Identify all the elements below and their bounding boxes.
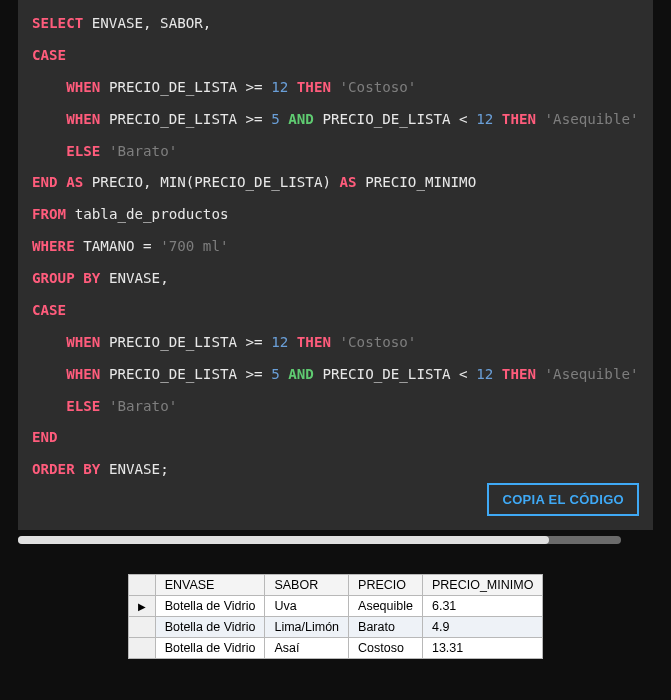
cell: Asequible: [349, 596, 423, 617]
code-line: CASE: [32, 46, 639, 66]
col-header: SABOR: [265, 575, 349, 596]
cell: Uva: [265, 596, 349, 617]
code-line: WHERE TAMANO = '700 ml': [32, 237, 639, 257]
table-row[interactable]: ▶ Botella de Vidrio Uva Asequible 6.31: [128, 596, 543, 617]
result-panel: ENVASE SABOR PRECIO PRECIO_MINIMO ▶ Bote…: [0, 574, 671, 659]
row-selector[interactable]: ▶: [128, 596, 155, 617]
col-header: PRECIO_MINIMO: [422, 575, 542, 596]
code-line: FROM tabla_de_productos: [32, 205, 639, 225]
cell: 13.31: [422, 638, 542, 659]
cell: Costoso: [349, 638, 423, 659]
code-line: ELSE 'Barato': [32, 397, 639, 417]
code-line: WHEN PRECIO_DE_LISTA >= 5 AND PRECIO_DE_…: [32, 365, 639, 385]
code-line: ORDER BY ENVASE;: [32, 460, 639, 480]
table-row[interactable]: Botella de Vidrio Asaí Costoso 13.31: [128, 638, 543, 659]
code-block: SELECT ENVASE, SABOR, CASE WHEN PRECIO_D…: [18, 0, 653, 530]
copy-code-button[interactable]: COPIA EL CÓDIGO: [487, 483, 639, 516]
cell: Botella de Vidrio: [155, 596, 265, 617]
horizontal-scrollbar[interactable]: [18, 536, 621, 544]
cell: Asaí: [265, 638, 349, 659]
code-line: WHEN PRECIO_DE_LISTA >= 5 AND PRECIO_DE_…: [32, 110, 639, 130]
cell: 4.9: [422, 617, 542, 638]
code-line: WHEN PRECIO_DE_LISTA >= 12 THEN 'Costoso…: [32, 78, 639, 98]
code-line: END AS PRECIO, MIN(PRECIO_DE_LISTA) AS P…: [32, 173, 639, 193]
cell: Lima/Limón: [265, 617, 349, 638]
code-line: END: [32, 428, 639, 448]
col-header: PRECIO: [349, 575, 423, 596]
code-line: GROUP BY ENVASE,: [32, 269, 639, 289]
row-selector[interactable]: [128, 617, 155, 638]
row-selector[interactable]: [128, 638, 155, 659]
row-selector-header: [128, 575, 155, 596]
table-row[interactable]: Botella de Vidrio Lima/Limón Barato 4.9: [128, 617, 543, 638]
cell: 6.31: [422, 596, 542, 617]
code-line: CASE: [32, 301, 639, 321]
col-header: ENVASE: [155, 575, 265, 596]
code-line: WHEN PRECIO_DE_LISTA >= 12 THEN 'Costoso…: [32, 333, 639, 353]
cell: Botella de Vidrio: [155, 638, 265, 659]
table-header-row: ENVASE SABOR PRECIO PRECIO_MINIMO: [128, 575, 543, 596]
cell: Barato: [349, 617, 423, 638]
cell: Botella de Vidrio: [155, 617, 265, 638]
code-line: SELECT ENVASE, SABOR,: [32, 14, 639, 34]
code-line: ELSE 'Barato': [32, 142, 639, 162]
result-table: ENVASE SABOR PRECIO PRECIO_MINIMO ▶ Bote…: [128, 574, 544, 659]
scrollbar-thumb[interactable]: [18, 536, 549, 544]
